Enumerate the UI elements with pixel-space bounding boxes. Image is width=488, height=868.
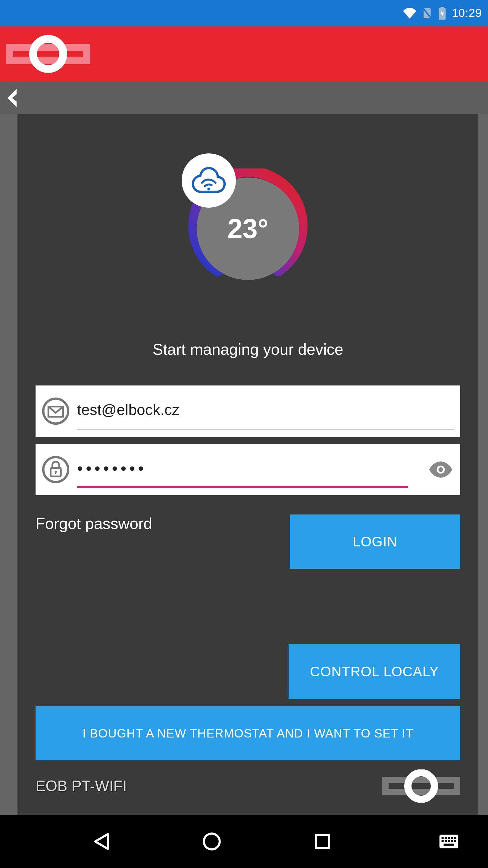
svg-rect-28 <box>448 837 450 839</box>
app-name-label: EOB PT-WIFI <box>36 777 127 795</box>
svg-rect-35 <box>454 840 456 842</box>
svg-point-23 <box>204 833 220 849</box>
svg-rect-5 <box>6 57 90 64</box>
row-forgot-login: Forgot password LOGIN <box>36 515 460 569</box>
svg-rect-7 <box>83 44 90 64</box>
password-input-box: •••••••• <box>36 444 460 495</box>
svg-rect-18 <box>382 777 460 783</box>
svg-rect-27 <box>445 837 447 839</box>
cloud-wifi-icon <box>182 153 236 208</box>
email-field[interactable] <box>77 401 454 421</box>
email-input-box <box>36 385 460 437</box>
svg-rect-26 <box>442 837 444 839</box>
svg-rect-31 <box>442 840 444 842</box>
no-sim-icon <box>422 7 432 19</box>
svg-point-9 <box>207 188 210 190</box>
svg-point-8 <box>33 39 63 69</box>
svg-rect-34 <box>451 840 453 842</box>
control-locally-button[interactable]: CONTROL LOCALY <box>289 644 460 699</box>
screen: 10:29 <box>0 0 488 868</box>
forgot-password-link[interactable]: Forgot password <box>36 515 152 532</box>
svg-rect-30 <box>454 837 456 839</box>
password-field[interactable]: •••••••• <box>77 459 147 480</box>
svg-point-17 <box>438 467 443 472</box>
main-content: 23° Start managing your device <box>18 114 478 815</box>
svg-rect-32 <box>445 840 447 842</box>
svg-rect-4 <box>6 44 90 51</box>
battery-charging-icon <box>438 7 447 20</box>
email-underline <box>77 429 454 430</box>
svg-point-10 <box>43 399 68 424</box>
nav-home-button[interactable] <box>197 830 227 854</box>
show-password-button[interactable] <box>427 461 454 478</box>
lock-icon <box>41 456 70 484</box>
tagline: Start managing your device <box>36 340 460 358</box>
back-button[interactable] <box>3 87 21 108</box>
status-bar: 10:29 <box>0 0 488 26</box>
svg-rect-36 <box>444 843 454 845</box>
eob-logo <box>6 35 90 73</box>
svg-rect-21 <box>454 777 460 795</box>
eob-footer-logo <box>382 770 460 803</box>
password-underline <box>77 486 408 488</box>
svg-rect-20 <box>382 777 389 795</box>
nav-back-button[interactable] <box>87 830 117 854</box>
svg-rect-29 <box>451 837 453 839</box>
back-bar <box>0 82 488 114</box>
nav-recent-button[interactable] <box>307 830 337 854</box>
svg-rect-19 <box>382 789 460 795</box>
status-clock: 10:29 <box>452 7 482 20</box>
svg-rect-33 <box>448 840 450 842</box>
android-nav-bar <box>0 815 488 868</box>
svg-rect-24 <box>316 835 329 848</box>
app-header <box>0 26 488 82</box>
thermostat-temp: 23° <box>227 213 268 244</box>
thermostat-graphic: 23° <box>36 153 460 310</box>
svg-rect-6 <box>6 44 13 64</box>
wifi-icon <box>403 8 416 19</box>
svg-rect-3 <box>441 7 444 9</box>
login-button[interactable]: LOGIN <box>290 515 460 569</box>
new-thermostat-button[interactable]: I BOUGHT A NEW THERMOSTAT AND I WANT TO … <box>36 706 460 761</box>
mail-icon <box>41 397 70 425</box>
nav-keyboard-button[interactable] <box>434 830 464 854</box>
footer-row: EOB PT-WIFI <box>36 770 460 803</box>
content-wrapper: 23° Start managing your device <box>0 114 488 815</box>
